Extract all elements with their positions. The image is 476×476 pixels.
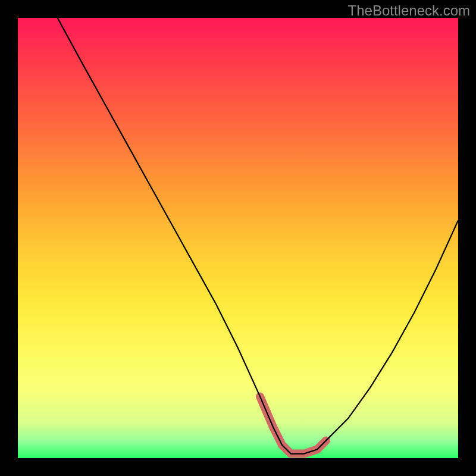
watermark-text: TheBottleneck.com bbox=[348, 2, 470, 19]
chart-svg bbox=[18, 18, 458, 458]
plot-area bbox=[18, 18, 458, 458]
sweet-spot-band bbox=[260, 396, 326, 453]
bottleneck-curve bbox=[58, 18, 458, 454]
